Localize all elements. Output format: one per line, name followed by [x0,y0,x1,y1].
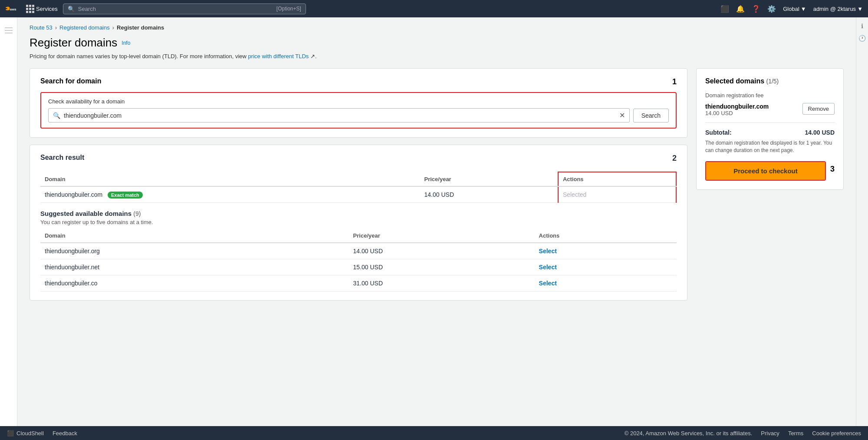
subtitle-text: Pricing for domain names varies by top-l… [30,53,247,60]
settings-icon[interactable]: ⚙️ [767,5,776,13]
clock-icon[interactable]: 🕐 [858,35,866,42]
region-label: Global [783,6,799,12]
fee-note: The domain registration fee displayed is… [705,139,835,154]
remove-domain-button[interactable]: Remove [802,103,835,115]
services-menu[interactable]: Services [26,5,58,13]
services-label: Services [36,6,58,12]
suggested-domain-cell: thienduongbuiler.org [40,243,349,259]
select-link[interactable]: Select [539,264,557,271]
two-col-layout: Search for domain 1 Check availability f… [30,68,844,301]
step-1-label: 1 [672,77,677,86]
breadcrumb-sep-2: › [112,24,114,31]
suggested-price-cell: 15.00 USD [349,259,535,275]
suggested-action-cell: Select [535,243,677,259]
selected-domain-price: 14.00 USD [705,110,769,116]
result-row: thienduongbuiler.com Exact match 14.00 U… [40,186,676,203]
right-col: Selected domains (1/5) Domain registrati… [696,68,844,301]
result-domain-cell: thienduongbuiler.com Exact match [40,186,420,203]
breadcrumb-route53[interactable]: Route 53 [30,24,53,31]
breadcrumb-registered-domains[interactable]: Registered domains [59,24,110,31]
info-panel-icon[interactable]: ℹ [861,23,863,30]
step-3-label: 3 [830,165,835,174]
page-title: Register domains [30,36,117,50]
aws-logo: aws [5,3,21,14]
checkout-button[interactable]: Proceed to checkout [706,162,825,180]
subtotal-value: 14.00 USD [805,129,835,136]
user-chevron-icon: ▼ [857,6,863,12]
suggested-subtitle: You can register up to five domains at a… [40,219,677,225]
feedback-button[interactable]: Feedback [53,430,77,437]
bottom-bar: ⬛ CloudShell Feedback © 2024, Amazon Web… [0,426,868,440]
selected-domain-name: thienduongbuiler.com [705,103,769,110]
result-table: Domain Price/year Actions thienduongbuil… [40,172,677,203]
nav-search-icon: 🔍 [68,6,75,12]
suggested-domain-cell: thienduongbuiler.co [40,275,349,291]
breadcrumb-sep-1: › [55,24,57,31]
top-nav: aws Services 🔍 [Option+S] ⬛ 🔔 ❓ ⚙️ Globa… [0,0,868,17]
suggested-col-actions: Actions [535,229,677,243]
page-subtitle: Pricing for domain names varies by top-l… [30,53,844,60]
subtotal-row: Subtotal: 14.00 USD [705,129,835,136]
copyright-text: © 2024, Amazon Web Services, Inc. or its… [625,430,753,437]
cloudshell-button[interactable]: ⬛ CloudShell [7,430,44,437]
select-link[interactable]: Select [539,280,557,287]
tld-link[interactable]: price with different TLDs [248,53,309,60]
search-icon: 🔍 [53,112,60,119]
result-col-price: Price/year [420,172,558,186]
region-selector[interactable]: Global ▼ [783,6,806,12]
search-input-container[interactable]: 🔍 ✕ [48,108,630,122]
suggested-title: Suggested available domains (9) [40,210,677,217]
suggested-table: Domain Price/year Actions thienduongbuil… [40,229,677,291]
suggested-action-cell: Select [535,275,677,291]
sidebar-toggle[interactable] [0,22,17,39]
suggested-domain-cell: thienduongbuiler.net [40,259,349,275]
exact-match-badge: Exact match [108,192,143,198]
terms-link[interactable]: Terms [788,430,803,437]
privacy-link[interactable]: Privacy [761,430,779,437]
nav-icons: ⬛ 🔔 ❓ ⚙️ Global ▼ admin @ 2ktarus ▼ [720,5,863,13]
subtotal-label: Subtotal: [705,129,732,136]
search-domain-card: Search for domain 1 Check availability f… [30,68,687,138]
info-link[interactable]: Info [122,40,130,46]
user-menu[interactable]: admin @ 2ktarus ▼ [813,6,863,12]
selected-status: Selected [563,191,586,198]
checkout-btn-wrapper: Proceed to checkout [705,161,826,181]
selected-domain-info: thienduongbuiler.com 14.00 USD [705,103,769,116]
breadcrumb-current: Register domains [117,24,164,31]
suggested-row: thienduongbuiler.co 31.00 USD Select [40,275,677,291]
svg-text:aws: aws [10,7,16,11]
breadcrumb: Route 53 › Registered domains › Register… [30,24,844,31]
result-title: Search result [40,154,84,162]
result-col-domain: Domain [40,172,420,186]
selected-count: (1/5) [766,78,779,85]
nav-search-bar[interactable]: 🔍 [Option+S] [63,3,306,14]
cookie-link[interactable]: Cookie preferences [812,430,861,437]
cloudshell-icon: ⬛ [7,430,14,437]
selected-domains-title: Selected domains (1/5) [705,77,835,85]
domain-search-input[interactable] [64,112,616,119]
left-col: Search for domain 1 Check availability f… [30,68,687,301]
suggested-action-cell: Select [535,259,677,275]
bottom-right: © 2024, Amazon Web Services, Inc. or its… [625,430,861,437]
bell-icon[interactable]: 🔔 [736,5,745,13]
result-domain-name: thienduongbuiler.com [45,191,102,198]
main-content: Route 53 › Registered domains › Register… [17,17,856,426]
suggested-row: thienduongbuiler.org 14.00 USD Select [40,243,677,259]
select-link[interactable]: Select [539,248,557,255]
clear-search-button[interactable]: ✕ [619,111,625,119]
grid-icon [26,5,34,13]
step-2-label: 2 [672,154,677,163]
help-icon[interactable]: ❓ [752,5,760,13]
search-button[interactable]: Search [633,109,669,122]
user-label: admin @ 2ktarus [813,6,856,12]
suggested-price-cell: 31.00 USD [349,275,535,291]
search-result-card: Search result 2 Domain Price/year Action… [30,145,687,301]
suggested-col-price: Price/year [349,229,535,243]
suggested-count: (9) [133,210,141,217]
nav-search-input[interactable] [78,6,273,12]
search-input-row: 🔍 ✕ Search [48,108,669,122]
result-price-cell: 14.00 USD [420,186,558,203]
suggested-col-domain: Domain [40,229,349,243]
terminal-icon[interactable]: ⬛ [720,5,729,13]
suggested-price-cell: 14.00 USD [349,243,535,259]
